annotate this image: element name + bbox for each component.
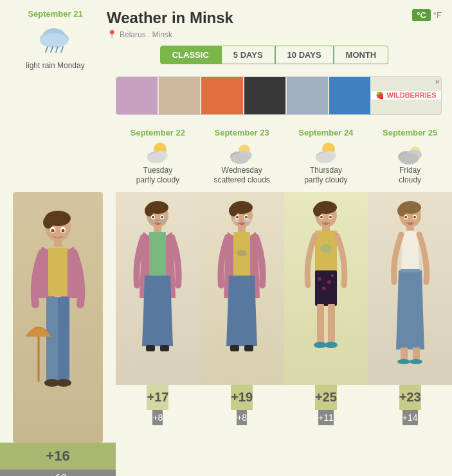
forecast-low-2: +11 bbox=[318, 410, 334, 425]
svg-point-91 bbox=[397, 205, 406, 216]
figure-box-3 bbox=[368, 192, 452, 385]
weather-icon-3 bbox=[395, 140, 426, 166]
header-right: Weather in Minsk 📍 Belarus : Minsk CLASS… bbox=[100, 9, 442, 71]
fahrenheit-button[interactable]: °F bbox=[433, 10, 442, 20]
svg-line-93 bbox=[404, 231, 406, 232]
current-date: September 21 bbox=[28, 9, 82, 19]
weather-icon-2 bbox=[311, 140, 341, 166]
svg-line-6 bbox=[56, 47, 58, 52]
svg-rect-46 bbox=[146, 345, 155, 351]
svg-point-11 bbox=[147, 153, 165, 163]
location-text: Belarus : Minsk bbox=[120, 30, 172, 39]
forecast-date-0: September 22 bbox=[131, 128, 185, 137]
current-temp-low: +13 bbox=[0, 470, 116, 476]
svg-point-52 bbox=[155, 222, 160, 225]
forecast-area: +16 +13 bbox=[0, 192, 452, 476]
weather-desc-2: Thursdaypartly cloudy bbox=[304, 166, 347, 186]
svg-point-77 bbox=[327, 280, 331, 284]
svg-point-67 bbox=[245, 216, 248, 218]
weather-desc-0: Tuesdaypartly cloudy bbox=[136, 166, 179, 186]
svg-line-7 bbox=[61, 47, 63, 52]
svg-point-40 bbox=[145, 205, 154, 216]
person-svg-1 bbox=[210, 198, 274, 378]
svg-point-103 bbox=[413, 216, 416, 218]
svg-point-98 bbox=[397, 359, 410, 364]
svg-point-87 bbox=[329, 216, 332, 218]
tab-5days[interactable]: 5 DAYS bbox=[221, 46, 275, 64]
forecast-high-0: +17 bbox=[147, 385, 168, 410]
svg-rect-47 bbox=[160, 345, 169, 351]
forecast-date-1: September 23 bbox=[214, 128, 269, 137]
tab-10days[interactable]: 10 DAYS bbox=[275, 46, 334, 64]
svg-point-102 bbox=[404, 216, 407, 218]
forecast-date-2: September 24 bbox=[298, 128, 353, 137]
svg-point-104 bbox=[408, 222, 413, 225]
forecast-high-1: +19 bbox=[231, 385, 253, 410]
current-weather-label: light rain Monday bbox=[26, 60, 84, 71]
ad-brand[interactable]: 🍓 WILDBERRIES bbox=[370, 91, 441, 100]
city-title: Weather in Minsk bbox=[107, 9, 442, 27]
ad-close-button[interactable]: ✕ bbox=[435, 78, 440, 85]
ad-slot-6 bbox=[329, 77, 370, 114]
person-svg-2 bbox=[294, 198, 358, 378]
svg-point-61 bbox=[237, 250, 247, 256]
forecast-high-3: +23 bbox=[399, 385, 421, 410]
svg-point-71 bbox=[313, 205, 322, 216]
svg-rect-29 bbox=[46, 297, 58, 380]
svg-rect-28 bbox=[48, 248, 68, 296]
date-col-3: September 25 Fridaycloudy bbox=[368, 123, 452, 192]
date-col-0: September 22 Tuesdaypartly cloudy bbox=[116, 123, 200, 192]
figure-box-1 bbox=[200, 192, 284, 385]
location-pin-icon: 📍 bbox=[107, 30, 117, 39]
ad-banner: 🍓 WILDBERRIES ✕ bbox=[116, 76, 442, 115]
svg-point-66 bbox=[236, 216, 239, 218]
ad-slot-3 bbox=[201, 77, 242, 114]
figure-box-2 bbox=[284, 192, 368, 385]
svg-point-19 bbox=[316, 153, 334, 163]
svg-point-26 bbox=[43, 216, 53, 229]
svg-point-99 bbox=[410, 359, 422, 364]
svg-point-79 bbox=[331, 274, 334, 277]
svg-rect-30 bbox=[58, 297, 69, 380]
svg-rect-81 bbox=[328, 304, 335, 342]
svg-rect-96 bbox=[401, 348, 408, 360]
tab-classic[interactable]: CLASSIC bbox=[160, 46, 221, 64]
ad-slot-5 bbox=[287, 77, 328, 114]
weather-icon bbox=[36, 22, 75, 58]
current-temp-high: +16 bbox=[0, 443, 116, 470]
svg-point-76 bbox=[318, 277, 321, 281]
weather-desc-1: Wednesdayscattered clouds bbox=[213, 166, 269, 186]
forecast-high-2: +25 bbox=[315, 385, 337, 410]
tab-month[interactable]: MONTH bbox=[334, 46, 389, 64]
svg-line-94 bbox=[414, 231, 417, 232]
svg-point-88 bbox=[323, 222, 329, 225]
svg-rect-80 bbox=[317, 304, 324, 342]
celsius-button[interactable]: °C bbox=[412, 9, 431, 21]
current-person-svg bbox=[19, 208, 96, 427]
svg-point-78 bbox=[322, 286, 326, 290]
forecast-col-2: +25 +11 bbox=[284, 192, 368, 476]
current-temps: +16 +13 bbox=[0, 443, 116, 476]
svg-line-4 bbox=[46, 47, 48, 52]
forecast-low-3: +14 bbox=[402, 410, 418, 425]
svg-rect-95 bbox=[401, 269, 420, 272]
current-day-panel: +16 +13 bbox=[0, 192, 116, 476]
unit-toggle: °C °F bbox=[412, 9, 442, 21]
svg-rect-56 bbox=[238, 225, 246, 232]
svg-line-5 bbox=[51, 47, 53, 52]
svg-rect-27 bbox=[54, 239, 62, 247]
forecast-col-0: +17 +8 bbox=[116, 192, 200, 476]
header: September 21 light rain Monday bbox=[0, 0, 452, 76]
svg-point-68 bbox=[239, 222, 244, 225]
svg-point-37 bbox=[62, 229, 65, 232]
svg-point-15 bbox=[231, 154, 249, 164]
svg-rect-45 bbox=[149, 232, 166, 277]
svg-point-74 bbox=[320, 244, 332, 253]
figures-row: +17 +8 bbox=[116, 192, 452, 476]
svg-rect-62 bbox=[230, 345, 239, 351]
date-col-1: September 23 Wednesdayscattered clouds bbox=[200, 123, 284, 192]
header-left: September 21 light rain Monday bbox=[10, 9, 100, 71]
dates-row: September 22 Tuesdaypartly cloudy Septem… bbox=[116, 123, 452, 192]
weather-icon-0 bbox=[142, 140, 173, 166]
app-container: September 21 light rain Monday bbox=[0, 0, 452, 476]
